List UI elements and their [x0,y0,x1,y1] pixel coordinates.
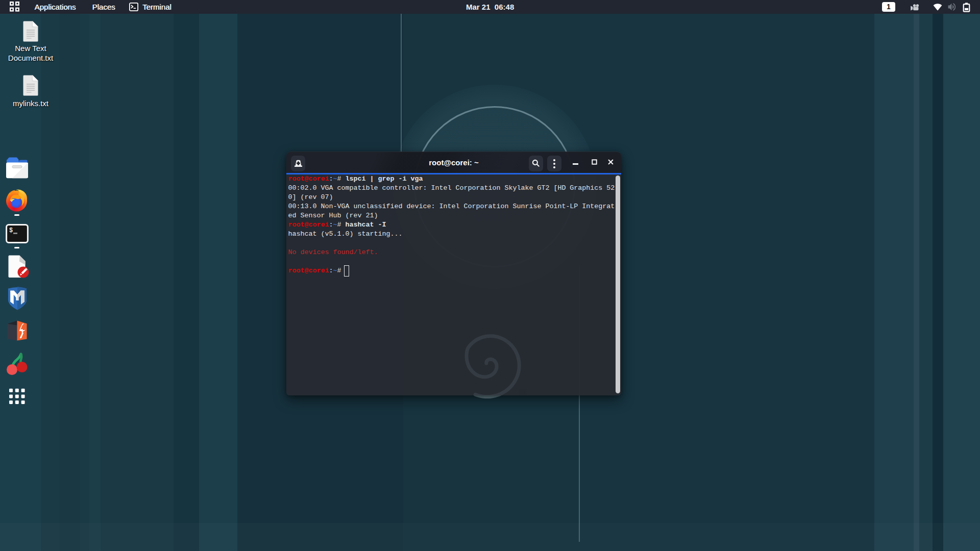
svg-text:$: $ [9,227,13,234]
